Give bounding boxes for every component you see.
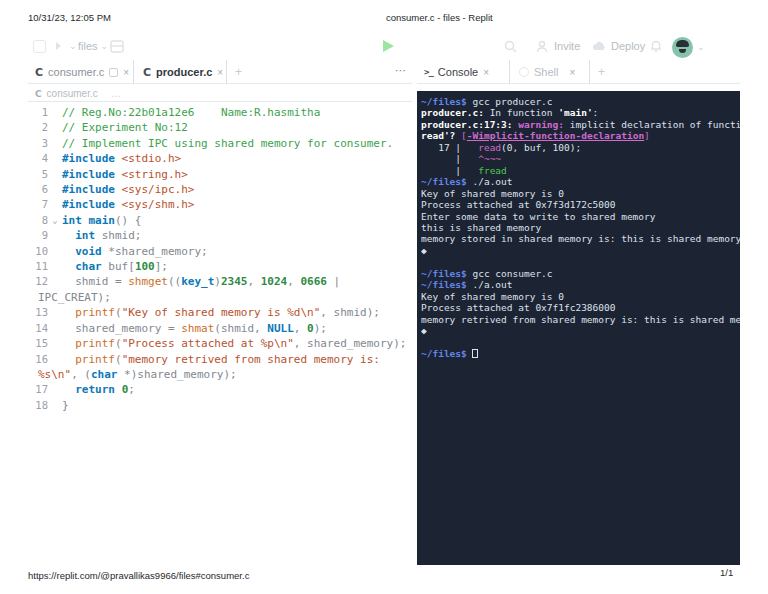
run-button[interactable] bbox=[383, 34, 394, 58]
code-line: 6#include <sys/ipc.h> bbox=[28, 182, 414, 197]
c-language-icon: C bbox=[35, 89, 42, 99]
console-line bbox=[421, 256, 740, 267]
token bbox=[62, 245, 75, 258]
console-line: ~/files$ ./a.out bbox=[421, 279, 740, 290]
token: implicit declaration of functi bbox=[564, 119, 740, 130]
search-icon bbox=[504, 40, 517, 53]
code-line: 16 printf("memory retrived from shared m… bbox=[28, 352, 414, 367]
token: this is shared memory bbox=[421, 222, 541, 233]
print-url: https://replit.com/@pravallikas9966/file… bbox=[28, 570, 249, 581]
token: printf bbox=[75, 337, 115, 350]
token: // Reg.No:22b01a12e6 Name:R.hasmitha bbox=[62, 106, 320, 119]
editor-tabbar: C consumer.c × C producer.c × + ⋯ bbox=[28, 60, 412, 84]
code-line: 10 void *shared_memory; bbox=[28, 244, 414, 259]
token: fread bbox=[478, 165, 507, 176]
invite-person-icon bbox=[536, 40, 549, 53]
code-text: printf("Key of shared memory is %d\n", s… bbox=[62, 305, 380, 320]
fold-arrow-icon[interactable]: ⌄ bbox=[48, 213, 62, 228]
tab-console[interactable]: >_ Console × bbox=[424, 60, 489, 84]
console-output[interactable]: ~/files$ gcc producer.cproducer.c: In fu… bbox=[417, 91, 740, 565]
token bbox=[115, 183, 122, 196]
token: , ( bbox=[71, 368, 91, 381]
deploy-button[interactable]: Deploy bbox=[592, 34, 645, 58]
close-tab-icon[interactable]: × bbox=[569, 67, 575, 78]
tab-overflow-menu[interactable]: ⋯ bbox=[395, 64, 406, 77]
fold-gutter bbox=[48, 182, 62, 197]
token: #include bbox=[62, 168, 115, 181]
fold-gutter bbox=[48, 197, 62, 212]
console-line bbox=[421, 337, 740, 348]
token: , bbox=[294, 322, 307, 335]
console-line: Key of shared memory is 0 bbox=[421, 188, 740, 199]
token: shmget bbox=[128, 275, 168, 288]
avatar-mouth bbox=[679, 49, 686, 53]
code-text: #include <stdio.h> bbox=[62, 151, 181, 166]
account-menu[interactable]: ⌄ bbox=[672, 35, 705, 59]
close-tab-icon[interactable]: × bbox=[217, 67, 223, 78]
token: ~/files$ bbox=[421, 176, 472, 187]
plus-icon: + bbox=[598, 65, 605, 79]
tab-shell[interactable]: Shell × bbox=[519, 60, 575, 84]
token: ./a.out bbox=[472, 176, 512, 187]
files-menu[interactable]: files ⌄ bbox=[78, 34, 108, 58]
token: -Wimplicit-function-declaration bbox=[467, 130, 644, 141]
code-line: 9 int shmid; bbox=[28, 228, 414, 243]
console-line: ~/files$ gcc producer.c bbox=[421, 96, 740, 107]
close-tab-icon[interactable]: × bbox=[123, 67, 129, 78]
token: ~/files$ bbox=[421, 96, 472, 107]
close-tab-icon[interactable]: × bbox=[483, 67, 489, 78]
line-number: 17 bbox=[28, 382, 48, 397]
printed-replit-page: 10/31/23, 12:05 PM consumer.c - files - … bbox=[0, 0, 768, 594]
token: <sys/ipc.h> bbox=[122, 183, 195, 196]
code-line: 1// Reg.No:22b01a12e6 Name:R.hasmitha bbox=[28, 105, 414, 120]
token: buf[ bbox=[102, 260, 135, 273]
c-language-icon: C bbox=[35, 66, 43, 79]
token: Enter some data to write to shared memor… bbox=[421, 211, 656, 222]
tab-label: consumer.c bbox=[48, 66, 104, 78]
line-number: 18 bbox=[28, 398, 48, 413]
new-console-tab-button[interactable]: + bbox=[598, 60, 605, 84]
search-button[interactable] bbox=[504, 34, 517, 58]
token: shared_memory = bbox=[62, 322, 181, 335]
file-icon bbox=[109, 68, 118, 77]
line-number: 5 bbox=[28, 167, 48, 182]
token: (0, buf, 100); bbox=[501, 142, 581, 153]
token: NULL bbox=[267, 322, 294, 335]
tab-producer-c[interactable]: C producer.c × bbox=[143, 60, 223, 84]
token: #include bbox=[62, 152, 115, 165]
line-number: 10 bbox=[28, 244, 48, 259]
code-text: #include <sys/shm.h> bbox=[62, 197, 194, 212]
token: ); bbox=[314, 322, 327, 335]
save-status-button[interactable] bbox=[110, 34, 124, 58]
code-line: 14 shared_memory = shmat(shmid, NULL, 0)… bbox=[28, 321, 414, 336]
tab-label: Shell bbox=[534, 66, 558, 78]
code-editor[interactable]: 1// Reg.No:22b01a12e6 Name:R.hasmitha2//… bbox=[28, 105, 414, 413]
code-line: 5#include <string.h> bbox=[28, 167, 414, 182]
line-number: 7 bbox=[28, 197, 48, 212]
token: %s\n" bbox=[38, 368, 71, 381]
token: memory stored in shared memory is: this … bbox=[421, 233, 740, 244]
breadcrumb-divider bbox=[28, 101, 412, 102]
notifications-button[interactable] bbox=[650, 34, 662, 58]
token: | bbox=[421, 153, 478, 164]
code-line: 11 char buf[100]; bbox=[28, 259, 414, 274]
token: printf bbox=[75, 306, 115, 319]
token: void bbox=[75, 245, 102, 258]
invite-button[interactable]: Invite bbox=[536, 34, 580, 58]
token: "memory retrived from shared memory is: bbox=[122, 353, 380, 366]
token: ~/files$ bbox=[421, 268, 472, 279]
save-icon bbox=[110, 40, 124, 53]
fold-gutter bbox=[48, 352, 62, 367]
history-icon[interactable]: ⌄ bbox=[54, 34, 77, 58]
console-line: | fread bbox=[421, 165, 740, 176]
breadcrumb[interactable]: C consumer.c … bbox=[28, 86, 412, 101]
new-editor-tab-button[interactable]: + bbox=[235, 60, 242, 84]
console-line: ~/files$ gcc consumer.c bbox=[421, 268, 740, 279]
tab-separator bbox=[226, 60, 227, 84]
repl-icon[interactable] bbox=[33, 34, 46, 58]
token bbox=[62, 383, 75, 396]
console-line: Process attached at 0x7f3d172c5000 bbox=[421, 199, 740, 210]
tab-consumer-c[interactable]: C consumer.c × bbox=[35, 60, 129, 84]
line-number: 16 bbox=[28, 352, 48, 367]
token: <sys/shm.h> bbox=[122, 198, 195, 211]
